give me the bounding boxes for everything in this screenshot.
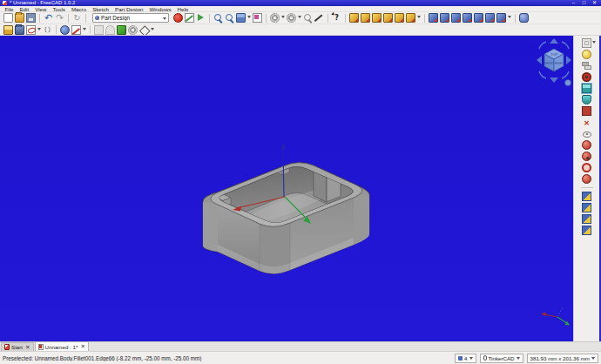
clipping-box-icon[interactable]: [582, 38, 591, 48]
eye-icon[interactable]: [582, 129, 591, 138]
subtractive-helix-icon[interactable]: [485, 13, 495, 23]
revolve-icon[interactable]: [361, 13, 370, 23]
minimize-button[interactable]: –: [570, 0, 577, 6]
toggle-visibility-icon[interactable]: [582, 84, 591, 93]
refresh-icon[interactable]: [72, 13, 82, 23]
isometric-view-icon-dropdown[interactable]: [246, 13, 252, 23]
edit-sketch-icon-dropdown[interactable]: [82, 25, 87, 35]
additive-sweep-icon[interactable]: [383, 13, 393, 23]
fillet-icon[interactable]: [519, 13, 529, 23]
additive-primitive-icon[interactable]: [406, 13, 415, 23]
tab-start[interactable]: Start ✕: [1, 342, 34, 351]
tab-unnamed-close-icon[interactable]: ✕: [79, 343, 84, 350]
window-title: * Unnamed - FreeCAD 1.0.2: [10, 0, 567, 6]
open-document-icon[interactable]: [15, 13, 24, 23]
measure-angular-icon[interactable]: [582, 203, 591, 212]
measure-icon[interactable]: [582, 192, 591, 201]
3d-viewport[interactable]: TOP FRONT RIGHT: [0, 36, 573, 341]
menu-file[interactable]: File: [2, 6, 17, 12]
validate-sketch-icon[interactable]: [117, 25, 126, 35]
draw-style-icon[interactable]: [270, 13, 280, 23]
new-document-icon[interactable]: [3, 13, 13, 23]
zoom-fit-icon[interactable]: [225, 13, 234, 23]
appearance-icon[interactable]: [287, 13, 296, 23]
refresh-model-icon[interactable]: [128, 25, 138, 35]
edit-sketch-icon[interactable]: [71, 25, 81, 35]
map-sketch-icon[interactable]: [43, 25, 52, 35]
macro-edit-icon[interactable]: [185, 13, 194, 23]
show-selection-icon[interactable]: [582, 95, 591, 104]
isometric-view-icon[interactable]: [236, 13, 246, 23]
zoom-in-icon[interactable]: [213, 13, 223, 23]
render-settings-icon[interactable]: [582, 72, 591, 82]
selection-ring-icon[interactable]: [582, 163, 591, 172]
view-size-dropdown[interactable]: 381.93 mm x 201.36 mm: [527, 354, 598, 363]
draw-style-icon-dropdown[interactable]: [280, 13, 286, 23]
pad-icon[interactable]: [349, 13, 359, 23]
hole-icon[interactable]: [440, 13, 449, 23]
menu-view[interactable]: View: [32, 6, 50, 12]
main-area: TOP FRONT RIGHT: [0, 36, 601, 341]
appearance-sphere-icon[interactable]: [582, 50, 591, 59]
toolbar-separator: [209, 14, 210, 23]
create-group-icon[interactable]: [15, 25, 24, 35]
close-button[interactable]: ✕: [591, 0, 598, 6]
check-geometry-icon-dropdown[interactable]: [150, 25, 155, 35]
check-geometry-icon[interactable]: [139, 25, 149, 35]
toolbar-separator: [39, 14, 40, 23]
model-3d[interactable]: [0, 36, 573, 341]
workbench-selector[interactable]: Part Design: [92, 13, 169, 23]
render-settings-icon-dropdown[interactable]: [591, 38, 597, 48]
create-sketch-icon-dropdown[interactable]: [37, 25, 42, 35]
additive-helix-icon[interactable]: [395, 13, 404, 23]
subtractive-primitive-icon-dropdown[interactable]: [507, 13, 512, 23]
menu-help[interactable]: Help: [174, 6, 192, 12]
redo-icon[interactable]: [55, 13, 64, 23]
subtractive-loft-icon[interactable]: [463, 13, 472, 23]
select-sphere-icon[interactable]: [582, 152, 591, 161]
tab-start-close-icon[interactable]: ✕: [24, 344, 30, 351]
tab-unnamed[interactable]: Unnamed : 1* ✕: [35, 341, 89, 351]
appearance-icon-dropdown[interactable]: [297, 13, 302, 23]
toggle-all-icon[interactable]: [582, 118, 591, 127]
groove-icon[interactable]: [451, 13, 461, 23]
macro-record-icon[interactable]: [173, 13, 183, 23]
chevron-down-icon: [163, 17, 166, 22]
navigation-cube[interactable]: TOP FRONT RIGHT: [535, 37, 573, 88]
menu-windows[interactable]: Windows: [146, 6, 174, 12]
pocket-icon[interactable]: [429, 13, 438, 23]
menu-part-design[interactable]: Part Design: [112, 6, 146, 12]
texture-icon[interactable]: [303, 13, 313, 23]
measure-refresh-icon[interactable]: [582, 214, 591, 224]
material-stack-icon[interactable]: [582, 61, 591, 71]
create-datum-icon[interactable]: [60, 25, 70, 35]
navcube-top-label: TOP: [550, 52, 557, 57]
undo-icon[interactable]: [44, 13, 53, 23]
subtractive-primitive-icon[interactable]: [496, 13, 506, 23]
create-sketch-icon[interactable]: [26, 25, 36, 35]
measure-clear-icon[interactable]: [582, 226, 591, 235]
highlight-sphere-icon[interactable]: [582, 140, 591, 150]
menu-macro[interactable]: Macro: [68, 6, 89, 12]
menu-edit[interactable]: Edit: [17, 6, 32, 12]
hide-selection-icon[interactable]: [582, 106, 591, 116]
leave-sketch-icon[interactable]: [94, 25, 104, 35]
stylus-icon[interactable]: [314, 13, 324, 23]
selection-sphere-icon[interactable]: [582, 174, 591, 184]
antialiasing-dropdown[interactable]: 4: [455, 354, 476, 363]
additive-primitive-icon-dropdown[interactable]: [416, 13, 422, 23]
menu-sketch[interactable]: Sketch: [90, 6, 112, 12]
macro-run-icon[interactable]: [196, 13, 206, 23]
sync-view-icon[interactable]: [253, 13, 262, 23]
view-section-icon[interactable]: [105, 25, 115, 35]
subtractive-sweep-icon[interactable]: [474, 13, 483, 23]
navcube-sphere[interactable]: [565, 80, 571, 86]
menu-tools[interactable]: Tools: [50, 6, 68, 12]
additive-loft-icon[interactable]: [372, 13, 382, 23]
save-icon[interactable]: [26, 13, 36, 23]
chevron-down-icon: [591, 357, 595, 361]
create-body-icon[interactable]: [3, 25, 13, 35]
maximize-button[interactable]: □: [580, 0, 588, 6]
navigation-style-dropdown[interactable]: TinkerCAD: [480, 354, 523, 363]
whats-this-icon[interactable]: [332, 13, 341, 23]
